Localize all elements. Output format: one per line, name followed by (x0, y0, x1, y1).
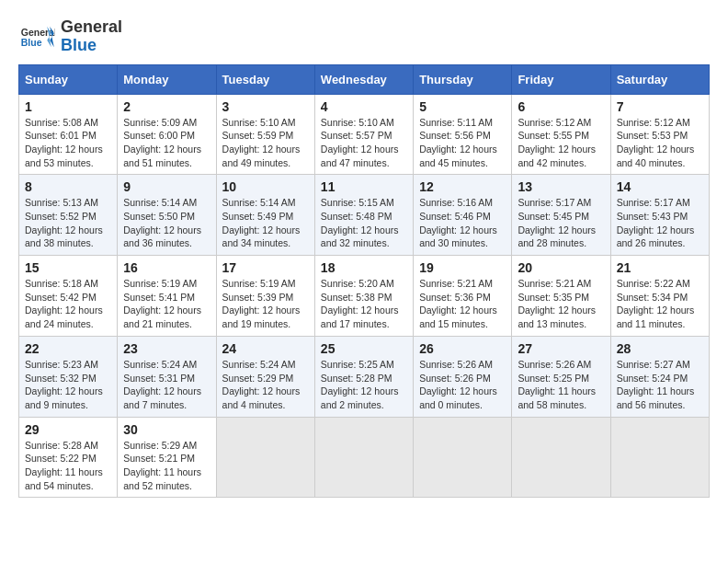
calendar-cell: 19 Sunrise: 5:21 AM Sunset: 5:36 PM Dayl… (414, 256, 512, 337)
day-number: 16 (123, 260, 210, 275)
day-detail: Sunrise: 5:22 AM Sunset: 5:34 PM Dayligh… (617, 277, 703, 331)
calendar-cell: 17 Sunrise: 5:19 AM Sunset: 5:39 PM Dayl… (216, 256, 314, 337)
day-number: 26 (419, 341, 506, 356)
day-detail: Sunrise: 5:12 AM Sunset: 5:55 PM Dayligh… (518, 116, 604, 170)
calendar-cell (216, 417, 314, 498)
day-number: 21 (617, 260, 703, 275)
day-number: 25 (321, 341, 407, 356)
calendar-cell: 12 Sunrise: 5:16 AM Sunset: 5:46 PM Dayl… (414, 175, 512, 256)
header-tuesday: Tuesday (216, 64, 314, 94)
day-detail: Sunrise: 5:18 AM Sunset: 5:42 PM Dayligh… (25, 277, 111, 331)
day-number: 1 (25, 99, 111, 114)
day-number: 29 (25, 422, 111, 437)
calendar-cell: 7 Sunrise: 5:12 AM Sunset: 5:53 PM Dayli… (610, 94, 709, 175)
day-number: 7 (617, 99, 703, 114)
calendar-cell: 3 Sunrise: 5:10 AM Sunset: 5:59 PM Dayli… (216, 94, 314, 175)
calendar-cell (314, 417, 413, 498)
calendar-cell (610, 417, 709, 498)
day-detail: Sunrise: 5:27 AM Sunset: 5:24 PM Dayligh… (617, 358, 703, 412)
calendar-cell: 4 Sunrise: 5:10 AM Sunset: 5:57 PM Dayli… (314, 94, 413, 175)
calendar-cell: 27 Sunrise: 5:26 AM Sunset: 5:25 PM Dayl… (512, 336, 610, 417)
calendar-cell: 28 Sunrise: 5:27 AM Sunset: 5:24 PM Dayl… (610, 336, 709, 417)
day-number: 24 (222, 341, 309, 356)
calendar-cell (512, 417, 610, 498)
day-detail: Sunrise: 5:21 AM Sunset: 5:35 PM Dayligh… (518, 277, 604, 331)
day-detail: Sunrise: 5:13 AM Sunset: 5:52 PM Dayligh… (25, 196, 111, 250)
day-number: 4 (321, 99, 407, 114)
day-number: 20 (518, 260, 604, 275)
day-detail: Sunrise: 5:17 AM Sunset: 5:45 PM Dayligh… (518, 196, 604, 250)
day-number: 12 (419, 179, 506, 194)
day-number: 19 (419, 260, 506, 275)
day-detail: Sunrise: 5:29 AM Sunset: 5:21 PM Dayligh… (123, 439, 210, 493)
calendar-header-row: SundayMondayTuesdayWednesdayThursdayFrid… (19, 64, 710, 94)
header-wednesday: Wednesday (314, 64, 413, 94)
day-detail: Sunrise: 5:24 AM Sunset: 5:31 PM Dayligh… (123, 358, 210, 412)
calendar-cell: 20 Sunrise: 5:21 AM Sunset: 5:35 PM Dayl… (512, 256, 610, 337)
logo: General Blue General Blue (18, 18, 122, 55)
day-detail: Sunrise: 5:08 AM Sunset: 6:01 PM Dayligh… (25, 116, 111, 170)
calendar-table: SundayMondayTuesdayWednesdayThursdayFrid… (18, 64, 710, 499)
calendar-cell: 25 Sunrise: 5:25 AM Sunset: 5:28 PM Dayl… (314, 336, 413, 417)
day-detail: Sunrise: 5:10 AM Sunset: 5:59 PM Dayligh… (222, 116, 309, 170)
day-detail: Sunrise: 5:19 AM Sunset: 5:39 PM Dayligh… (222, 277, 309, 331)
day-detail: Sunrise: 5:19 AM Sunset: 5:41 PM Dayligh… (123, 277, 210, 331)
day-number: 23 (123, 341, 210, 356)
calendar-week-row: 15 Sunrise: 5:18 AM Sunset: 5:42 PM Dayl… (19, 256, 710, 337)
day-detail: Sunrise: 5:14 AM Sunset: 5:50 PM Dayligh… (123, 196, 210, 250)
calendar-cell: 9 Sunrise: 5:14 AM Sunset: 5:50 PM Dayli… (118, 175, 216, 256)
header-friday: Friday (512, 64, 610, 94)
day-detail: Sunrise: 5:26 AM Sunset: 5:25 PM Dayligh… (518, 358, 604, 412)
day-detail: Sunrise: 5:09 AM Sunset: 6:00 PM Dayligh… (123, 116, 210, 170)
day-detail: Sunrise: 5:11 AM Sunset: 5:56 PM Dayligh… (419, 116, 506, 170)
day-number: 17 (222, 260, 309, 275)
header-thursday: Thursday (414, 64, 512, 94)
header-sunday: Sunday (19, 64, 118, 94)
calendar-week-row: 1 Sunrise: 5:08 AM Sunset: 6:01 PM Dayli… (19, 94, 710, 175)
day-detail: Sunrise: 5:10 AM Sunset: 5:57 PM Dayligh… (321, 116, 407, 170)
calendar-cell: 11 Sunrise: 5:15 AM Sunset: 5:48 PM Dayl… (314, 175, 413, 256)
day-detail: Sunrise: 5:17 AM Sunset: 5:43 PM Dayligh… (617, 196, 703, 250)
day-number: 9 (123, 179, 210, 194)
day-detail: Sunrise: 5:28 AM Sunset: 5:22 PM Dayligh… (25, 439, 111, 493)
calendar-cell: 5 Sunrise: 5:11 AM Sunset: 5:56 PM Dayli… (414, 94, 512, 175)
calendar-cell: 16 Sunrise: 5:19 AM Sunset: 5:41 PM Dayl… (118, 256, 216, 337)
day-number: 3 (222, 99, 309, 114)
calendar-cell: 18 Sunrise: 5:20 AM Sunset: 5:38 PM Dayl… (314, 256, 413, 337)
day-detail: Sunrise: 5:16 AM Sunset: 5:46 PM Dayligh… (419, 196, 506, 250)
day-number: 18 (321, 260, 407, 275)
svg-text:Blue: Blue (21, 37, 42, 48)
page-header: General Blue General Blue (18, 18, 710, 55)
day-number: 28 (617, 341, 703, 356)
day-number: 11 (321, 179, 407, 194)
calendar-cell: 30 Sunrise: 5:29 AM Sunset: 5:21 PM Dayl… (118, 417, 216, 498)
day-number: 13 (518, 179, 604, 194)
calendar-cell: 24 Sunrise: 5:24 AM Sunset: 5:29 PM Dayl… (216, 336, 314, 417)
day-number: 2 (123, 99, 210, 114)
day-number: 22 (25, 341, 111, 356)
logo-name: General Blue (61, 18, 122, 55)
day-number: 27 (518, 341, 604, 356)
day-detail: Sunrise: 5:20 AM Sunset: 5:38 PM Dayligh… (321, 277, 407, 331)
day-detail: Sunrise: 5:21 AM Sunset: 5:36 PM Dayligh… (419, 277, 506, 331)
calendar-cell: 14 Sunrise: 5:17 AM Sunset: 5:43 PM Dayl… (610, 175, 709, 256)
calendar-cell: 13 Sunrise: 5:17 AM Sunset: 5:45 PM Dayl… (512, 175, 610, 256)
day-number: 14 (617, 179, 703, 194)
calendar-cell: 15 Sunrise: 5:18 AM Sunset: 5:42 PM Dayl… (19, 256, 118, 337)
calendar-week-row: 8 Sunrise: 5:13 AM Sunset: 5:52 PM Dayli… (19, 175, 710, 256)
logo-icon: General Blue (18, 23, 55, 51)
calendar-cell: 1 Sunrise: 5:08 AM Sunset: 6:01 PM Dayli… (19, 94, 118, 175)
calendar-cell (414, 417, 512, 498)
calendar-cell: 21 Sunrise: 5:22 AM Sunset: 5:34 PM Dayl… (610, 256, 709, 337)
day-number: 30 (123, 422, 210, 437)
day-detail: Sunrise: 5:15 AM Sunset: 5:48 PM Dayligh… (321, 196, 407, 250)
calendar-cell: 2 Sunrise: 5:09 AM Sunset: 6:00 PM Dayli… (118, 94, 216, 175)
calendar-cell: 8 Sunrise: 5:13 AM Sunset: 5:52 PM Dayli… (19, 175, 118, 256)
calendar-cell: 23 Sunrise: 5:24 AM Sunset: 5:31 PM Dayl… (118, 336, 216, 417)
day-detail: Sunrise: 5:25 AM Sunset: 5:28 PM Dayligh… (321, 358, 407, 412)
header-monday: Monday (118, 64, 216, 94)
day-detail: Sunrise: 5:26 AM Sunset: 5:26 PM Dayligh… (419, 358, 506, 412)
calendar-week-row: 22 Sunrise: 5:23 AM Sunset: 5:32 PM Dayl… (19, 336, 710, 417)
day-detail: Sunrise: 5:23 AM Sunset: 5:32 PM Dayligh… (25, 358, 111, 412)
day-detail: Sunrise: 5:12 AM Sunset: 5:53 PM Dayligh… (617, 116, 703, 170)
